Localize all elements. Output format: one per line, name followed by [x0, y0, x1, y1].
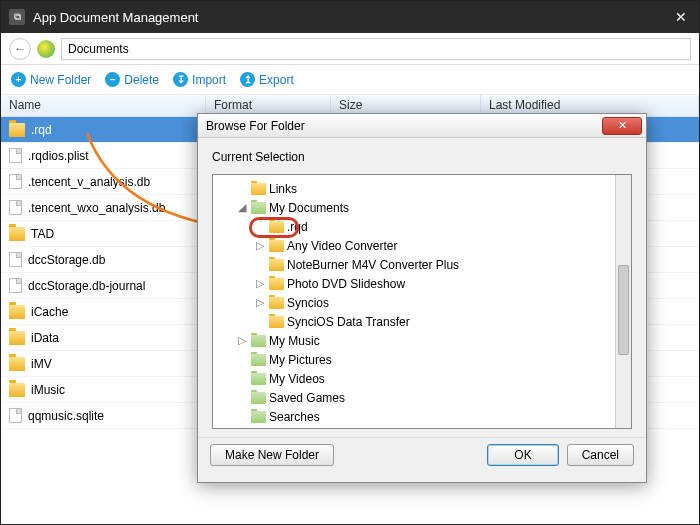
tree-row[interactable]: NoteBurner M4V Converter Plus	[213, 255, 631, 274]
new-folder-button[interactable]: + New Folder	[11, 72, 91, 87]
window-close-button[interactable]: ✕	[671, 9, 691, 25]
import-label: Import	[192, 73, 226, 87]
file-name: dccStorage.db-journal	[28, 279, 145, 293]
folder-icon	[9, 227, 25, 241]
file-name: TAD	[31, 227, 54, 241]
delete-icon: −	[105, 72, 120, 87]
file-name: .tencent_wxo_analysis.db	[28, 201, 165, 215]
device-icon	[37, 40, 55, 58]
tree-expander-icon[interactable]: ▷	[235, 334, 248, 347]
back-button[interactable]: ←	[9, 38, 31, 60]
tree-item-label: Photo DVD Slideshow	[287, 277, 405, 291]
folder-icon	[251, 335, 266, 347]
import-icon: ↧	[173, 72, 188, 87]
file-name: iCache	[31, 305, 68, 319]
file-name: iMV	[31, 357, 52, 371]
tree-item-label: My Videos	[269, 372, 325, 386]
new-folder-icon: +	[11, 72, 26, 87]
path-bar: ←	[1, 33, 699, 65]
folder-icon	[9, 305, 25, 319]
folder-icon	[251, 202, 266, 214]
new-folder-label: New Folder	[30, 73, 91, 87]
tree-scrollbar-thumb[interactable]	[618, 265, 629, 355]
folder-icon	[251, 354, 266, 366]
tree-item-label: SynciOS Data Transfer	[287, 315, 410, 329]
tree-expander-icon[interactable]: ▷	[253, 296, 266, 309]
tree-row[interactable]: SynciOS Data Transfer	[213, 312, 631, 331]
dialog-title: Browse For Folder	[206, 119, 602, 133]
tree-item-label: Saved Games	[269, 391, 345, 405]
folder-icon	[269, 316, 284, 328]
tree-row[interactable]: ◢My Documents	[213, 198, 631, 217]
file-name: iMusic	[31, 383, 65, 397]
folder-tree[interactable]: Links◢My Documents.rqd▷Any Video Convert…	[212, 174, 632, 429]
dialog-button-bar: Make New Folder OK Cancel	[198, 437, 646, 471]
file-name: dccStorage.db	[28, 253, 105, 267]
tree-item-label: Syncios	[287, 296, 329, 310]
tree-row[interactable]: Links	[213, 179, 631, 198]
window-titlebar: ⧉ App Document Management ✕	[1, 1, 699, 33]
tree-row[interactable]: Searches	[213, 407, 631, 426]
folder-icon	[251, 392, 266, 404]
file-name: qqmusic.sqlite	[28, 409, 104, 423]
delete-label: Delete	[124, 73, 159, 87]
folder-icon	[9, 123, 25, 137]
file-icon	[9, 200, 22, 215]
folder-icon	[9, 331, 25, 345]
tree-item-label: Any Video Converter	[287, 239, 398, 253]
folder-icon	[251, 183, 266, 195]
file-icon	[9, 278, 22, 293]
dialog-label: Current Selection	[212, 150, 632, 164]
tree-item-label: My Pictures	[269, 353, 332, 367]
tree-scrollbar[interactable]	[615, 175, 631, 428]
file-icon	[9, 174, 22, 189]
file-name: .rqd	[31, 123, 52, 137]
tree-row[interactable]: Saved Games	[213, 388, 631, 407]
folder-icon	[9, 357, 25, 371]
tree-expander-icon[interactable]: ◢	[235, 201, 248, 214]
dialog-close-button[interactable]: ✕	[602, 117, 642, 135]
folder-icon	[251, 411, 266, 423]
window-title: App Document Management	[33, 10, 671, 25]
tree-row[interactable]: ▷Photo DVD Slideshow	[213, 274, 631, 293]
tree-item-label: NoteBurner M4V Converter Plus	[287, 258, 459, 272]
path-input[interactable]	[61, 38, 691, 60]
file-icon	[9, 148, 22, 163]
cancel-button[interactable]: Cancel	[567, 444, 634, 466]
browse-folder-dialog: Browse For Folder ✕ Current Selection Li…	[197, 113, 647, 483]
delete-button[interactable]: − Delete	[105, 72, 159, 87]
folder-icon	[269, 278, 284, 290]
file-name: iData	[31, 331, 59, 345]
tree-row[interactable]: ▷Any Video Converter	[213, 236, 631, 255]
tree-row[interactable]: My Videos	[213, 369, 631, 388]
toolbar: + New Folder − Delete ↧ Import ↥ Export	[1, 65, 699, 95]
file-icon	[9, 408, 22, 423]
tree-row[interactable]: .rqd	[213, 217, 631, 236]
export-icon: ↥	[240, 72, 255, 87]
tree-row[interactable]: ▷My Music	[213, 331, 631, 350]
folder-icon	[269, 240, 284, 252]
tree-row[interactable]: My Pictures	[213, 350, 631, 369]
app-icon: ⧉	[9, 9, 25, 25]
tree-item-label: Links	[269, 182, 297, 196]
folder-icon	[269, 297, 284, 309]
dialog-titlebar: Browse For Folder ✕	[198, 114, 646, 138]
tree-item-label: Searches	[269, 410, 320, 424]
col-name[interactable]: Name	[1, 95, 206, 116]
tree-item-label: My Music	[269, 334, 320, 348]
tree-row[interactable]: ▷Syncios	[213, 293, 631, 312]
tree-item-label: .rqd	[287, 220, 308, 234]
ok-button[interactable]: OK	[487, 444, 558, 466]
tree-expander-icon[interactable]: ▷	[253, 239, 266, 252]
folder-icon	[269, 259, 284, 271]
file-name: .tencent_v_analysis.db	[28, 175, 150, 189]
folder-icon	[9, 383, 25, 397]
tree-expander-icon[interactable]: ▷	[253, 277, 266, 290]
file-name: .rqdios.plist	[28, 149, 89, 163]
make-new-folder-button[interactable]: Make New Folder	[210, 444, 334, 466]
export-button[interactable]: ↥ Export	[240, 72, 294, 87]
file-icon	[9, 252, 22, 267]
folder-icon	[269, 221, 284, 233]
export-label: Export	[259, 73, 294, 87]
import-button[interactable]: ↧ Import	[173, 72, 226, 87]
